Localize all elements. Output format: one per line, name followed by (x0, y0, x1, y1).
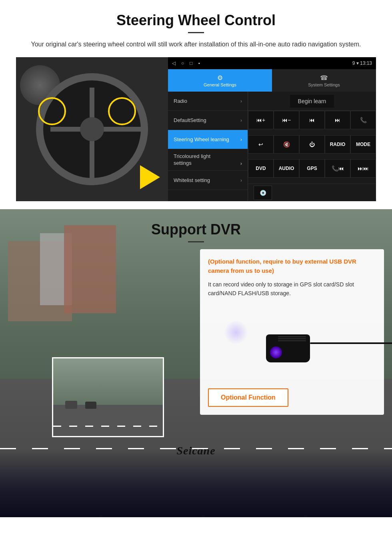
ctrl-vol-up[interactable]: ⏮+ (248, 111, 274, 129)
dvr-section: Support DVR Seicane (Optional function, … (0, 209, 392, 517)
ctrl-phone[interactable]: 📞 (350, 111, 376, 129)
dvr-divider (188, 241, 204, 242)
chevron-icon: › (240, 178, 242, 183)
chevron-icon: › (240, 137, 242, 142)
whitelist-row: 💿 (248, 184, 376, 201)
recent-nav-icon: □ (190, 60, 192, 66)
menu-item-steering-learning[interactable]: Steering Wheel learning › (168, 130, 248, 149)
menu-radio-label: Radio (174, 98, 187, 104)
controls-grid: ⏮+ ⏮− ⏮ ⏭ 📞 ↩ 🔇 ⏻ RADIO MODE DVD AUDIO (248, 111, 376, 184)
menu-tricoloured-sublabel: settings (174, 160, 192, 166)
begin-learn-row: Begin learn (248, 92, 376, 111)
dvd-disc-icon[interactable]: 💿 (254, 186, 272, 200)
screenshot-road-line (53, 426, 163, 427)
screenshot-road (53, 405, 163, 436)
dvr-camera-product (208, 304, 376, 384)
menu-item-radio[interactable]: Radio › (168, 92, 248, 111)
begin-learn-button[interactable]: Begin learn (290, 95, 334, 108)
menu-nav-icon: ▪ (198, 60, 200, 66)
light-beam (224, 320, 248, 344)
camera-lens (270, 346, 282, 358)
dvr-screenshot-preview (52, 357, 164, 437)
vent-2 (278, 338, 306, 339)
highlight-circle-right (108, 97, 136, 125)
system-icon: ☎ (320, 74, 328, 82)
dvr-title-area: Support DVR (0, 209, 392, 250)
steering-section: Steering Wheel Control Your original car… (0, 0, 392, 209)
tab-general-settings[interactable]: ⚙ General Settings (168, 69, 272, 92)
android-tabs: ⚙ General Settings ☎ System Settings (168, 69, 376, 92)
gear-icon: ⚙ (217, 74, 223, 82)
seicane-logo: Seicane (176, 444, 215, 457)
ctrl-vol-down[interactable]: ⏮− (274, 111, 299, 129)
car-interior-bottom (0, 449, 392, 517)
chevron-icon: › (240, 160, 242, 166)
tab-system-label: System Settings (308, 82, 340, 87)
menu-steering-label: Steering Wheel learning (174, 136, 229, 142)
menu-default-label: DefaultSetting (174, 117, 206, 123)
menu-whitelist-label: Whitelist setting (174, 177, 210, 183)
ctrl-hangup[interactable]: ↩ (248, 135, 274, 154)
dvr-info-card: (Optional function, require to buy exter… (200, 249, 384, 415)
ctrl-gps[interactable]: GPS (299, 159, 325, 178)
menu-item-defaultsetting[interactable]: DefaultSetting › (168, 111, 248, 130)
ctrl-prev-track[interactable]: ⏮ (299, 111, 325, 129)
chevron-icon: › (240, 98, 242, 104)
title-divider (188, 32, 204, 33)
steering-content-area: ◁ ○ □ ▪ 9 ▾ 13:13 ⚙ General Settings ☎ S… (16, 57, 376, 201)
camera-body (266, 334, 310, 362)
steering-wheel-outer (36, 73, 148, 185)
camera-assembly (266, 334, 318, 362)
menu-tricoloured-label: Tricoloured light (174, 153, 210, 159)
back-nav-icon: ◁ (172, 60, 176, 66)
steering-wheel-image (16, 57, 168, 201)
status-bar: 9 ▾ 13:13 (352, 60, 372, 66)
home-nav-icon: ○ (181, 60, 184, 66)
ctrl-phone-prev[interactable]: 📞⏮ (325, 159, 350, 178)
android-ui-panel: ◁ ○ □ ▪ 9 ▾ 13:13 ⚙ General Settings ☎ S… (168, 57, 376, 201)
dvr-title: Support DVR (0, 221, 392, 238)
page-title: Steering Wheel Control (16, 12, 376, 29)
chevron-icon: › (240, 118, 242, 123)
android-body: Radio › DefaultSetting › Steering Wheel … (168, 92, 376, 201)
menu-item-tricoloured[interactable]: Tricoloured light settings › (168, 149, 248, 171)
car-silhouette-2 (85, 402, 96, 409)
settings-menu: Radio › DefaultSetting › Steering Wheel … (168, 92, 248, 201)
ctrl-radio[interactable]: RADIO (325, 135, 350, 154)
car-silhouette-1 (65, 401, 77, 409)
ctrl-mute[interactable]: 🔇 (274, 135, 299, 154)
dvr-screenshot-inner (53, 358, 163, 436)
ctrl-audio[interactable]: AUDIO (274, 159, 299, 178)
vent-1 (278, 336, 306, 337)
usb-cable (310, 342, 392, 344)
dvr-optional-text: (Optional function, require to buy exter… (208, 257, 376, 275)
menu-item-whitelist[interactable]: Whitelist setting › (168, 171, 248, 190)
ctrl-power[interactable]: ⏻ (299, 135, 325, 154)
ctrl-next-track[interactable]: ⏭ (325, 111, 350, 129)
steering-controls-panel: Begin learn ⏮+ ⏮− ⏮ ⏭ 📞 ↩ 🔇 ⏻ (248, 92, 376, 201)
yellow-arrow-icon (140, 165, 160, 189)
dvr-description: It can record video only to storage in G… (208, 280, 376, 298)
section-description: Your original car's steering wheel contr… (20, 40, 372, 49)
tab-system-settings[interactable]: ☎ System Settings (272, 69, 376, 92)
nav-icons: ◁ ○ □ ▪ (172, 60, 200, 66)
ctrl-dvd[interactable]: DVD (248, 159, 274, 178)
steering-wheel-center (80, 117, 104, 141)
ctrl-next-combo[interactable]: ⏭⏭ (350, 159, 376, 178)
highlight-circle-left (38, 97, 66, 125)
seicane-logo-area: Seicane (176, 444, 215, 457)
vent-3 (278, 340, 306, 341)
android-topbar: ◁ ○ □ ▪ 9 ▾ 13:13 (168, 57, 376, 69)
tab-general-label: General Settings (204, 82, 236, 87)
status-text: 9 ▾ 13:13 (352, 60, 372, 66)
optional-function-button[interactable]: Optional Function (208, 388, 288, 407)
ctrl-mode[interactable]: MODE (350, 135, 376, 154)
